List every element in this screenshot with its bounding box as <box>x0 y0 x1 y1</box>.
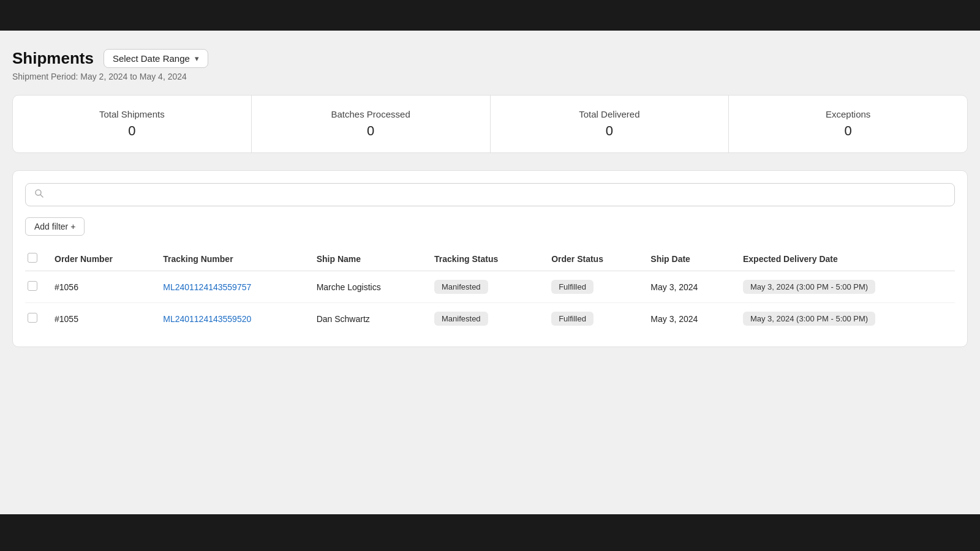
cell-tracking-status: Manifested <box>427 303 544 335</box>
cell-ship-name: Marche Logistics <box>309 271 427 303</box>
stat-value-exceptions: 0 <box>741 123 955 139</box>
stat-total-delivered: Total Delivered 0 <box>491 96 729 152</box>
col-tracking-number: Tracking Number <box>156 247 309 271</box>
cell-expected-delivery: May 3, 2024 (3:00 PM - 5:00 PM) <box>736 303 955 335</box>
select-all-checkbox[interactable] <box>28 253 37 263</box>
row-checkbox-cell <box>25 271 47 303</box>
stat-label-total-shipments: Total Shipments <box>25 109 239 119</box>
table-row: #1056 ML2401124143559757 Marche Logistic… <box>25 271 955 303</box>
date-range-label: Select Date Range <box>113 53 190 64</box>
col-order-number: Order Number <box>47 247 156 271</box>
row-checkbox-cell <box>25 303 47 335</box>
stat-value-total-delivered: 0 <box>503 123 717 139</box>
main-content: Shipments Select Date Range ▾ Shipment P… <box>0 31 980 359</box>
cell-order-number: #1056 <box>47 271 156 303</box>
cell-ship-date: May 3, 2024 <box>643 303 736 335</box>
stats-card: Total Shipments 0 Batches Processed 0 To… <box>12 95 968 153</box>
cell-order-status: Fulfilled <box>544 303 643 335</box>
chevron-down-icon: ▾ <box>195 54 199 63</box>
cell-order-status: Fulfilled <box>544 271 643 303</box>
table-row: #1055 ML2401124143559520 Dan Schwartz Ma… <box>25 303 955 335</box>
search-input[interactable] <box>49 190 946 200</box>
tracking-status-badge: Manifested <box>434 312 488 326</box>
col-ship-date: Ship Date <box>643 247 736 271</box>
header-row: Shipments Select Date Range ▾ <box>12 49 968 68</box>
bottom-bar <box>0 514 980 551</box>
header-checkbox-cell <box>25 247 47 271</box>
table-header-row: Order Number Tracking Number Ship Name T… <box>25 247 955 271</box>
row-checkbox-0[interactable] <box>28 281 37 291</box>
stat-value-total-shipments: 0 <box>25 123 239 139</box>
search-icon <box>34 189 44 201</box>
table-card: Add filter + Order Number Tracking Numbe… <box>12 170 968 347</box>
stat-label-total-delivered: Total Delivered <box>503 109 717 119</box>
delivery-date-badge: May 3, 2024 (3:00 PM - 5:00 PM) <box>743 280 875 294</box>
shipments-table: Order Number Tracking Number Ship Name T… <box>25 247 955 334</box>
cell-tracking-number: ML2401124143559757 <box>156 271 309 303</box>
date-range-button[interactable]: Select Date Range ▾ <box>104 49 208 68</box>
tracking-link-1[interactable]: ML2401124143559520 <box>163 314 251 324</box>
svg-line-1 <box>40 195 43 197</box>
tracking-status-badge: Manifested <box>434 280 488 294</box>
stat-value-batches-processed: 0 <box>264 123 478 139</box>
order-status-badge: Fulfilled <box>551 280 594 294</box>
stat-exceptions: Exceptions 0 <box>729 96 967 152</box>
add-filter-button[interactable]: Add filter + <box>25 217 85 236</box>
col-ship-name: Ship Name <box>309 247 427 271</box>
top-bar <box>0 0 980 31</box>
stat-label-exceptions: Exceptions <box>741 109 955 119</box>
tracking-link-0[interactable]: ML2401124143559757 <box>163 282 251 292</box>
stat-total-shipments: Total Shipments 0 <box>13 96 252 152</box>
cell-tracking-status: Manifested <box>427 271 544 303</box>
cell-expected-delivery: May 3, 2024 (3:00 PM - 5:00 PM) <box>736 271 955 303</box>
page-title: Shipments <box>12 49 94 68</box>
row-checkbox-1[interactable] <box>28 313 37 323</box>
col-order-status: Order Status <box>544 247 643 271</box>
cell-ship-date: May 3, 2024 <box>643 271 736 303</box>
col-tracking-status: Tracking Status <box>427 247 544 271</box>
shipment-period: Shipment Period: May 2, 2024 to May 4, 2… <box>12 72 968 81</box>
cell-tracking-number: ML2401124143559520 <box>156 303 309 335</box>
order-status-badge: Fulfilled <box>551 312 594 326</box>
cell-order-number: #1055 <box>47 303 156 335</box>
stat-batches-processed: Batches Processed 0 <box>252 96 491 152</box>
search-bar <box>25 183 955 206</box>
col-expected-delivery: Expected Delivery Date <box>736 247 955 271</box>
stat-label-batches-processed: Batches Processed <box>264 109 478 119</box>
delivery-date-badge: May 3, 2024 (3:00 PM - 5:00 PM) <box>743 312 875 326</box>
cell-ship-name: Dan Schwartz <box>309 303 427 335</box>
